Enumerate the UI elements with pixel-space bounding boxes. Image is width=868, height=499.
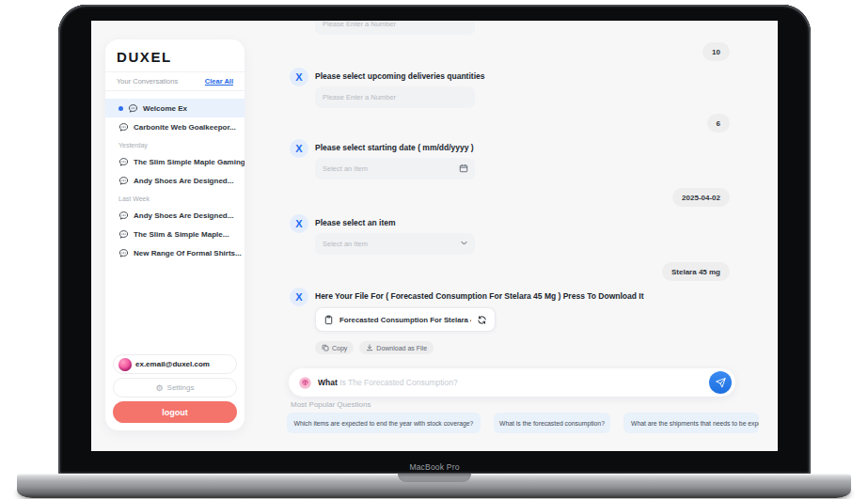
sidebar: DUXEL Your Conversations Clear All Welco… [105, 39, 245, 430]
typed-text: What [318, 378, 338, 387]
quantity-field[interactable] [315, 86, 475, 108]
bot-avatar: X [290, 214, 308, 233]
paper-plane-icon [716, 378, 726, 388]
user-reply-bubble: 2025-04-02 [672, 188, 730, 207]
bot-avatar: X [290, 288, 308, 306]
conversation-title: Welcome Ex [143, 104, 187, 113]
chat-bubble-icon [118, 248, 129, 258]
app-logo: DUXEL [105, 39, 245, 71]
copy-button[interactable]: Copy [315, 341, 354, 354]
download-icon [366, 344, 373, 351]
bot-avatar: X [290, 139, 308, 158]
bot-message-title: Please select upcoming deliveries quanti… [315, 71, 484, 81]
download-as-file-button[interactable]: Download as File [359, 341, 434, 354]
settings-label: Settings [167, 383, 195, 392]
suggested-questions: Which items are expected to end the year… [287, 413, 746, 433]
conversation-item[interactable]: The Slim & Simple Maple... [105, 225, 245, 243]
send-button[interactable] [709, 371, 732, 394]
sidebar-footer: ex.email@duxel.com ⚙ Settings logout [113, 354, 237, 423]
quantity-input[interactable] [315, 86, 475, 108]
conversations-label: Your Conversations [117, 77, 178, 86]
copy-icon [322, 344, 329, 351]
conversation-title: New Range Of Formal Shirts... [134, 249, 242, 257]
popular-questions-label: Most Popular Questions [291, 400, 371, 409]
conversation-title: Andy Shoes Are Designed... [134, 211, 233, 220]
conversation-item[interactable]: Andy Shoes Are Designed... [105, 171, 245, 190]
suggested-question-chip[interactable]: Which items are expected to end the year… [287, 413, 481, 433]
logout-button[interactable]: logout [113, 401, 237, 423]
account-email: ex.email@duxel.com [135, 360, 210, 368]
file-icon [324, 315, 334, 325]
laptop-lid: DUXEL Your Conversations Clear All Welco… [58, 5, 811, 475]
copy-label: Copy [332, 345, 347, 351]
conversation-title: The Slim Simple Maple Gaming... [134, 158, 245, 166]
conversation-item[interactable]: New Range Of Formal Shirts... [105, 243, 245, 262]
conversation-item[interactable]: Andy Shoes Are Designed... [105, 206, 245, 225]
download-file-chip[interactable]: Forecasted Consumption For Stelara 45 Mg [315, 307, 496, 332]
chat-bubble-icon [118, 176, 129, 186]
composer-input[interactable]: What Is The Forecasted Consumption? [318, 378, 709, 387]
settings-button[interactable]: ⚙ Settings [113, 378, 237, 398]
conversation-item[interactable]: Carbonite Web Goalkeepor... [105, 117, 245, 136]
macbook-brand-label: MacBook Pro [58, 462, 811, 472]
suggestion-text: Is The Forecasted Consumption? [338, 378, 458, 387]
conversation-item[interactable]: The Slim Simple Maple Gaming... [105, 152, 245, 171]
calendar-icon[interactable] [459, 164, 468, 173]
refresh-icon[interactable] [477, 315, 487, 325]
date-input[interactable] [315, 158, 475, 179]
chat-bubble-icon [118, 229, 129, 240]
brain-icon [298, 376, 312, 390]
laptop-base-notch [398, 474, 471, 482]
bot-message-title: Please select an item [315, 218, 396, 227]
account-pill[interactable]: ex.email@duxel.com [113, 354, 237, 374]
conversation-title: Carbonite Web Goalkeepor... [134, 123, 236, 132]
bot-message-title: Please select starting date ( mm/dd/yyyy… [315, 143, 474, 152]
conversation-item-active[interactable]: Welcome Ex [105, 99, 245, 117]
unread-dot [118, 106, 123, 111]
cropped-number-field[interactable] [315, 21, 475, 35]
laptop-base-bottom [17, 490, 851, 498]
file-name: Forecasted Consumption For Stelara 45 Mg [339, 316, 471, 324]
section-label-last-week: Last Week [105, 195, 245, 202]
chevron-down-icon [460, 239, 468, 247]
date-field[interactable] [315, 158, 475, 179]
section-label-yesterday: Yesterday [105, 142, 245, 148]
item-select-input[interactable] [315, 233, 475, 255]
clear-all-link[interactable]: Clear All [205, 77, 233, 86]
bot-avatar: X [290, 68, 308, 86]
conversation-list: Welcome Ex Carbonite Web Goalkeepor... Y… [105, 91, 245, 262]
download-label: Download as File [376, 345, 427, 351]
message-composer[interactable]: What Is The Forecasted Consumption? [289, 368, 735, 397]
macbook-mockup: DUXEL Your Conversations Clear All Welco… [0, 0, 868, 499]
conversation-title: The Slim & Simple Maple... [134, 230, 229, 239]
gear-icon: ⚙ [156, 383, 164, 393]
conversations-header: Your Conversations Clear All [105, 72, 245, 90]
number-input[interactable] [315, 21, 475, 35]
chat-bubble-icon [118, 211, 129, 221]
bot-message-title: Here Your File For ( Forecasted Consumpt… [315, 291, 644, 301]
chat-bubble-icon [118, 157, 129, 167]
message-actions: Copy Download as File [315, 341, 434, 354]
user-reply-bubble: Stelara 45 mg [662, 262, 730, 281]
user-reply-bubble: 6 [707, 114, 730, 133]
item-dropdown[interactable] [315, 233, 475, 255]
app-screen: DUXEL Your Conversations Clear All Welco… [91, 21, 778, 451]
suggested-question-chip[interactable]: What are the shipments that needs to be … [623, 413, 759, 433]
user-reply-bubble: 10 [702, 42, 730, 61]
chat-bubble-icon [128, 103, 138, 114]
chat-bubble-icon [118, 122, 129, 133]
conversation-title: Andy Shoes Are Designed... [134, 177, 233, 185]
laptop-base [17, 474, 851, 490]
user-avatar [118, 358, 132, 371]
suggested-question-chip[interactable]: What is the forecasted consumption? [494, 413, 610, 433]
